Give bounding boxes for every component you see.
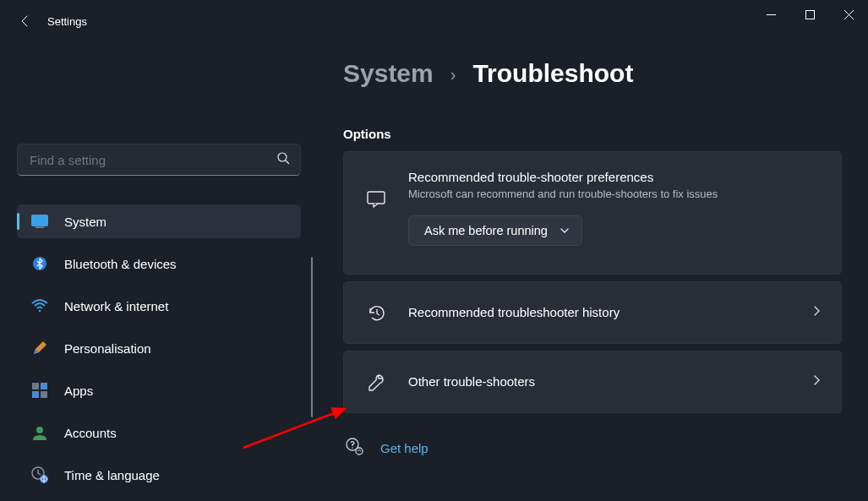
svg-rect-11	[41, 383, 47, 389]
chevron-down-icon	[560, 226, 570, 236]
card-troubleshooter-history[interactable]: Recommended troubleshooter history	[343, 281, 842, 344]
minimize-button[interactable]	[751, 0, 790, 29]
maximize-button[interactable]	[790, 0, 829, 29]
svg-rect-13	[41, 391, 47, 398]
card-title: Other trouble-shooters	[408, 373, 800, 390]
paintbrush-icon	[30, 339, 49, 357]
card-troubleshooter-preferences: Recommended trouble-shooter preferences …	[343, 151, 842, 275]
apps-icon	[30, 381, 49, 400]
sidebar-item-time-language[interactable]: Time & language	[17, 458, 301, 492]
wifi-icon	[30, 297, 49, 315]
svg-point-19	[352, 447, 353, 449]
svg-rect-1	[805, 10, 814, 19]
search-icon	[276, 151, 290, 168]
preferences-dropdown[interactable]: Ask me before running	[408, 215, 582, 246]
chevron-right-icon	[811, 305, 822, 320]
svg-point-9	[39, 310, 41, 313]
sidebar-item-label: Personalisation	[64, 341, 151, 356]
sidebar-item-label: Accounts	[64, 426, 117, 440]
card-other-troubleshooters[interactable]: Other trouble-shooters	[343, 351, 842, 413]
app-title: Settings	[47, 15, 87, 28]
accounts-icon	[30, 423, 49, 442]
svg-rect-6	[32, 215, 48, 226]
sidebar-item-bluetooth[interactable]: Bluetooth & devices	[17, 247, 301, 280]
sidebar-item-accounts[interactable]: Accounts	[17, 416, 301, 449]
svg-point-14	[36, 427, 43, 433]
svg-point-20	[356, 448, 363, 455]
close-button[interactable]	[829, 0, 868, 29]
history-icon	[364, 301, 388, 324]
svg-point-4	[278, 153, 287, 161]
breadcrumb-parent[interactable]: System	[343, 59, 434, 88]
chevron-right-icon: ›	[450, 65, 456, 84]
svg-line-5	[286, 161, 289, 164]
back-button[interactable]	[8, 4, 42, 38]
search-box[interactable]	[17, 144, 301, 176]
sidebar-item-label: Bluetooth & devices	[64, 257, 177, 271]
card-subtitle: Microsoft can recommend and run trouble-…	[408, 188, 822, 200]
sidebar-item-system[interactable]: System	[17, 204, 301, 238]
sidebar-item-network[interactable]: Network & internet	[17, 289, 301, 323]
sidebar-nav: System Bluetooth & devices Network & int…	[17, 204, 298, 492]
section-heading-options: Options	[343, 127, 843, 141]
system-icon	[30, 212, 49, 231]
dropdown-value: Ask me before running	[424, 224, 548, 237]
sidebar-item-label: Time & language	[64, 468, 160, 482]
sidebar-item-label: System	[64, 215, 106, 229]
get-help-link[interactable]: Get help	[380, 441, 429, 455]
breadcrumb: System › Troubleshoot	[343, 59, 843, 88]
svg-rect-12	[32, 391, 39, 398]
wrench-icon	[364, 370, 388, 394]
card-title: Recommended trouble-shooter preferences	[408, 169, 822, 186]
bluetooth-icon	[30, 254, 49, 273]
breadcrumb-current: Troubleshoot	[472, 59, 633, 88]
help-icon	[345, 437, 363, 459]
time-language-icon	[30, 466, 49, 484]
sidebar-item-label: Apps	[64, 384, 93, 398]
chat-icon	[364, 188, 388, 211]
chevron-right-icon	[811, 374, 822, 389]
search-input[interactable]	[30, 153, 276, 167]
sidebar-item-label: Network & internet	[64, 299, 168, 313]
sidebar-item-apps[interactable]: Apps	[17, 373, 301, 407]
sidebar-item-personalisation[interactable]: Personalisation	[17, 331, 301, 365]
svg-rect-7	[35, 227, 44, 229]
svg-rect-10	[32, 383, 39, 389]
card-title: Recommended troubleshooter history	[408, 304, 800, 321]
svg-rect-17	[368, 192, 385, 204]
